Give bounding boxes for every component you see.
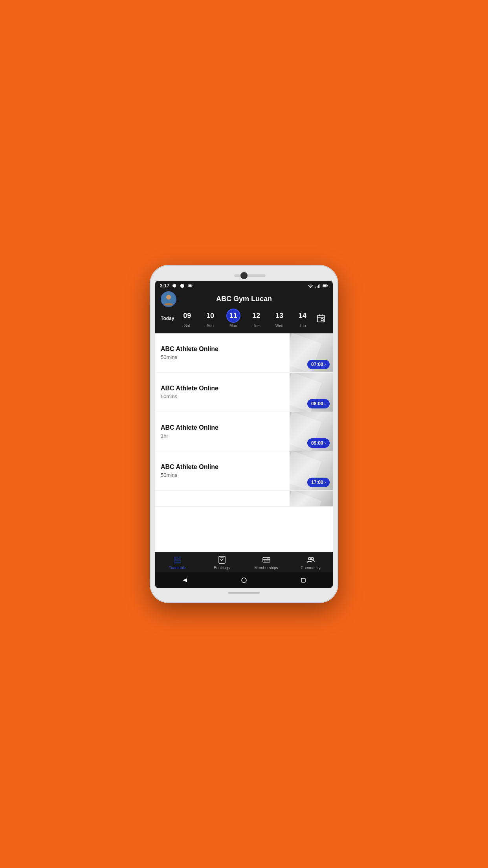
class-name-2: ABC Athlete Online	[161, 424, 284, 431]
nav-item-bookings[interactable]: Bookings	[208, 555, 236, 570]
nav-item-timetable[interactable]: Timetable	[164, 555, 191, 570]
svg-rect-20	[174, 561, 181, 561]
date-num-10: 10	[203, 309, 217, 323]
svg-rect-29	[266, 561, 269, 561]
svg-point-32	[311, 557, 314, 560]
bottom-pill	[228, 592, 260, 594]
class-duration-0: 50mins	[161, 354, 284, 360]
class-name-1: ABC Athlete Online	[161, 385, 284, 392]
nav-item-memberships[interactable]: Memberships	[253, 555, 280, 570]
date-day-sat: Sat	[184, 324, 190, 328]
chevron-icon-0: ›	[325, 362, 326, 367]
class-info-4	[155, 491, 290, 506]
date-day-mon: Mon	[229, 324, 237, 328]
chevron-icon-3: ›	[325, 480, 326, 485]
date-day-tue: Tue	[253, 324, 260, 328]
class-info-1: ABC Athlete Online 50mins	[155, 373, 290, 412]
phone-top-notch	[155, 272, 333, 281]
status-bar: 3:17	[155, 281, 333, 291]
svg-rect-21	[174, 563, 181, 563]
class-name-0: ABC Athlete Online	[161, 346, 284, 353]
svg-rect-4	[317, 286, 317, 288]
class-item-1[interactable]: ABC Athlete Online 50mins 08:00 ›	[155, 373, 333, 412]
time-badge-3[interactable]: 17:00 ›	[307, 478, 330, 487]
phone-bottom-bar	[155, 588, 333, 596]
signal-icon	[315, 283, 321, 289]
time-badge-2[interactable]: 09:00 ›	[307, 438, 330, 448]
svg-marker-33	[183, 578, 187, 582]
today-label: Today	[161, 316, 175, 321]
date-num-14: 14	[295, 309, 310, 323]
chevron-icon-1: ›	[325, 402, 326, 406]
android-nav-bar	[155, 572, 333, 588]
avatar	[161, 291, 176, 307]
class-info-3: ABC Athlete Online 50mins	[155, 451, 290, 490]
bottom-nav: Timetable Bookings	[155, 552, 333, 572]
svg-rect-5	[318, 285, 319, 288]
class-thumb-4	[290, 491, 333, 506]
date-num-12: 12	[249, 309, 263, 323]
svg-rect-19	[174, 559, 181, 559]
class-thumb-0: 07:00 ›	[290, 333, 333, 372]
svg-point-11	[166, 295, 171, 300]
time-badge-0[interactable]: 07:00 ›	[307, 360, 330, 369]
date-item-sat[interactable]: 09 Sat	[176, 309, 198, 328]
date-item-tue[interactable]: 12 Tue	[246, 309, 267, 328]
speaker	[234, 274, 266, 277]
date-item-mon[interactable]: 11 Mon	[222, 309, 244, 328]
status-left: 3:17	[160, 283, 193, 289]
status-time: 3:17	[160, 283, 169, 289]
svg-point-28	[264, 561, 265, 562]
status-right	[308, 283, 328, 289]
svg-rect-3	[316, 287, 316, 288]
class-info-0: ABC Athlete Online 50mins	[155, 333, 290, 372]
class-thumb-2: 09:00 ›	[290, 412, 333, 451]
class-name-3: ABC Athlete Online	[161, 463, 284, 471]
settings-icon	[172, 283, 177, 289]
nav-label-memberships: Memberships	[254, 566, 278, 570]
nav-label-community: Community	[301, 566, 321, 570]
date-item-sun[interactable]: 10 Sun	[200, 309, 221, 328]
recents-button[interactable]	[299, 576, 307, 584]
header-top: ABC Gym Lucan	[161, 295, 327, 303]
class-thumb-1: 08:00 ›	[290, 373, 333, 412]
class-item-4[interactable]	[155, 491, 333, 507]
phone-screen: 3:17	[155, 281, 333, 588]
date-num-11: 11	[226, 309, 240, 323]
nav-label-bookings: Bookings	[214, 566, 230, 570]
phone-device: 3:17	[150, 265, 338, 603]
class-item-2[interactable]: ABC Athlete Online 1hr 09:00 ›	[155, 412, 333, 451]
wifi-icon	[308, 283, 313, 289]
camera	[240, 272, 248, 279]
class-duration-3: 50mins	[161, 472, 284, 478]
timetable-icon	[173, 555, 182, 565]
svg-point-31	[308, 557, 311, 560]
gym-title: ABC Gym Lucan	[216, 295, 272, 303]
chevron-icon-2: ›	[325, 441, 326, 445]
time-badge-1[interactable]: 08:00 ›	[307, 399, 330, 408]
calendar-search-button[interactable]	[315, 312, 327, 325]
class-list: ABC Athlete Online 50mins 07:00 › ABC At…	[155, 333, 333, 552]
battery-icon	[323, 283, 328, 289]
date-num-09: 09	[180, 309, 194, 323]
date-item-thu[interactable]: 14 Thu	[292, 309, 313, 328]
svg-marker-30	[267, 558, 269, 559]
shield-icon	[180, 283, 185, 289]
class-item-0[interactable]: ABC Athlete Online 50mins 07:00 ›	[155, 333, 333, 373]
class-item-3[interactable]: ABC Athlete Online 50mins 17:00 ›	[155, 451, 333, 491]
class-thumb-3: 17:00 ›	[290, 451, 333, 490]
back-button[interactable]	[181, 576, 189, 584]
svg-rect-23	[179, 557, 181, 557]
battery-saver-icon	[187, 283, 193, 289]
home-button[interactable]	[240, 576, 248, 584]
date-item-wed[interactable]: 13 Wed	[269, 309, 290, 328]
svg-rect-18	[174, 557, 176, 557]
nav-item-community[interactable]: Community	[297, 555, 325, 570]
class-duration-1: 50mins	[161, 394, 284, 399]
bookings-icon	[217, 555, 227, 565]
svg-line-17	[323, 320, 324, 321]
community-icon	[306, 555, 316, 565]
class-info-2: ABC Athlete Online 1hr	[155, 412, 290, 451]
class-duration-2: 1hr	[161, 433, 284, 439]
date-day-sun: Sun	[207, 324, 214, 328]
